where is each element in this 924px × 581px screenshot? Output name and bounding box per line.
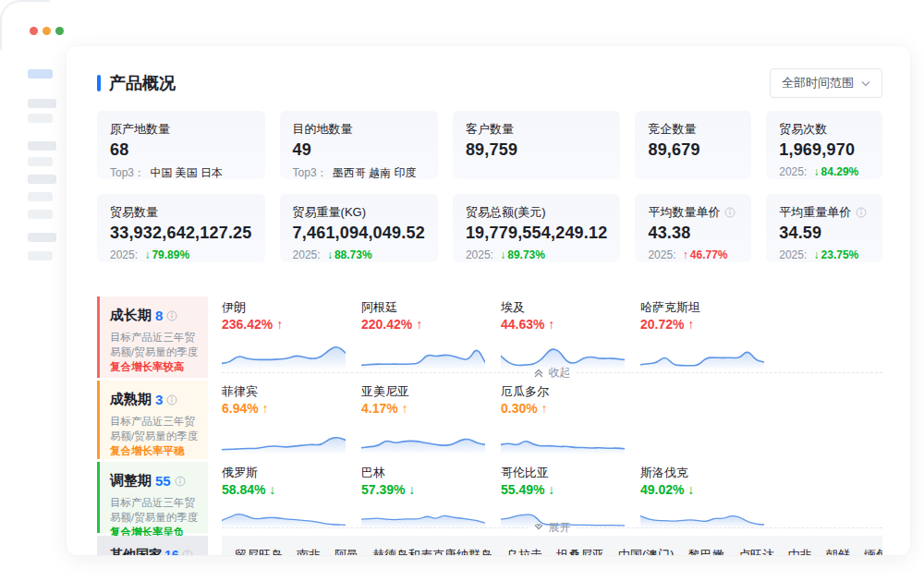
country-name: 巴林 [361, 465, 501, 481]
zoom-button[interactable] [55, 27, 64, 35]
time-range-select[interactable]: 全部时间范围 [770, 68, 882, 98]
stat-card-sub-prefix: 2025: [779, 248, 807, 261]
trend-arrow-icon: ↑ [538, 401, 548, 416]
country-item[interactable]: 阿曼 [334, 547, 359, 556]
country-item[interactable]: 中非 [788, 547, 812, 556]
stat-card-label: 贸易重量(KG) [293, 204, 366, 221]
country-trend-item[interactable]: 哥伦比亚 55.49% ↓ [501, 462, 640, 528]
info-icon[interactable] [856, 207, 867, 218]
stat-card-label: 平均重量单价 [779, 204, 851, 221]
country-name: 俄罗斯 [222, 465, 361, 481]
sidebar-item[interactable] [28, 192, 53, 201]
sidebar-item[interactable] [28, 99, 56, 108]
trend-arrow-icon: ↓ [405, 482, 415, 497]
stat-card-sub-prefix: Top3： [293, 166, 328, 179]
stat-card: 竞企数量 89,679 [635, 111, 751, 179]
toggle-expand-collapse[interactable]: 收起 [222, 365, 882, 381]
country-trend-item[interactable]: 斯洛伐克 49.02% ↓ [640, 462, 780, 528]
toggle-expand-collapse[interactable]: 展开 [222, 520, 882, 536]
country-growth-rate: 49.02% ↓ [640, 482, 780, 497]
trend-arrow-icon: ↑ [684, 317, 694, 332]
country-name: 伊朗 [222, 299, 361, 316]
trend-arrow-icon: ↓ [544, 482, 554, 497]
country-item[interactable]: 缅甸 [864, 547, 882, 556]
phase-description: 目标产品近三年贸易额/贸易量的季度复合增长率呈负 [110, 495, 199, 539]
close-button[interactable] [30, 27, 38, 35]
sidebar-item[interactable] [28, 210, 53, 219]
sidebar-item-active[interactable] [28, 69, 53, 79]
main-panel: 产品概况 全部时间范围 原产地数量 68 Top3： 中国 美国 日本 目的地数… [67, 46, 910, 555]
country-name: 亚美尼亚 [361, 383, 501, 400]
info-icon[interactable] [724, 207, 736, 218]
info-icon[interactable] [166, 394, 177, 405]
growth-percent: 55.49% [501, 482, 544, 497]
country-name: 菲律宾 [222, 383, 361, 400]
phase-count: 55 [155, 473, 171, 489]
phase-row: 成熟期 3 目标产品近三年贸易额/贸易量的季度复合增长率平稳 菲律宾 6.94%… [97, 381, 882, 459]
country-trend-item[interactable]: 埃及 44.63% ↑ [501, 297, 640, 370]
stat-card-subtext: 2025: ↓23.75% [779, 248, 869, 261]
sidebar-item[interactable] [28, 114, 53, 123]
country-item[interactable]: 赫德岛和麦克唐纳群岛 [372, 547, 492, 556]
growth-percent: 4.17% [361, 401, 398, 416]
chevron-icon [534, 524, 543, 533]
country-item[interactable]: 南非 [297, 547, 321, 556]
info-icon[interactable] [166, 310, 177, 321]
country-trend-item[interactable]: 菲律宾 6.94% ↑ [222, 381, 361, 454]
trend-percent: 46.77% [690, 248, 728, 261]
info-icon[interactable] [182, 550, 193, 556]
sidebar-item[interactable] [28, 233, 56, 242]
country-growth-rate: 44.63% ↑ [501, 317, 640, 332]
phase-row: 调整期 55 目标产品近三年贸易额/贸易量的季度复合增长率呈负 俄罗斯 58.8… [97, 462, 882, 533]
sidebar-item[interactable] [28, 175, 56, 184]
country-item[interactable]: 黎巴嫩 [688, 547, 724, 556]
country-item[interactable]: 坦桑尼亚 [556, 547, 604, 556]
stat-card-value: 33,932,642,127.25 [110, 224, 252, 243]
country-item[interactable]: 留尼旺岛 [235, 547, 283, 556]
stat-card-sub-prefix: 2025: [779, 165, 807, 178]
country-trend-item[interactable]: 阿根廷 220.42% ↑ [361, 297, 501, 370]
minimize-button[interactable] [43, 27, 51, 35]
country-trend-item[interactable]: 伊朗 236.42% ↑ [222, 297, 361, 370]
trend-percent: 23.75% [821, 248, 859, 261]
country-trend-item[interactable]: 厄瓜多尔 0.30% ↑ [501, 381, 640, 454]
country-name: 哥伦比亚 [501, 465, 640, 481]
stat-card-value: 68 [110, 140, 252, 160]
stat-card-subtext: 2025: ↓88.73% [293, 248, 425, 261]
trend-indicator: ↓89.73% [500, 248, 545, 261]
sidebar-item[interactable] [28, 141, 56, 151]
other-countries-count: 16 [164, 548, 179, 556]
page-title: 产品概况 [109, 72, 176, 94]
country-trend-item[interactable]: 哈萨克斯坦 20.72% ↑ [640, 297, 780, 370]
growth-percent: 20.72% [640, 317, 684, 332]
toggle-label: 展开 [549, 520, 571, 536]
country-trend-item[interactable]: 亚美尼亚 4.17% ↑ [361, 381, 501, 454]
stat-card-label: 客户数量 [466, 121, 514, 138]
phase-description: 目标产品近三年贸易额/贸易量的季度复合增长率较高 [110, 330, 199, 374]
stat-card-label: 原产地数量 [110, 121, 170, 138]
sidebar-nav [0, 61, 67, 260]
phase-title: 成熟期 [110, 391, 152, 408]
stat-card-label: 平均数量单价 [648, 204, 720, 221]
stat-card-value: 49 [293, 140, 425, 160]
info-icon[interactable] [175, 476, 186, 487]
phase-title: 成长期 [110, 307, 152, 324]
trend-arrow-icon: ↓ [814, 248, 820, 261]
trend-arrow-icon: ↑ [683, 248, 688, 261]
growth-percent: 49.02% [640, 482, 684, 497]
stat-card-subtext: 2025: ↓89.73% [466, 248, 608, 261]
country-trend-item[interactable]: 俄罗斯 58.84% ↓ [222, 462, 361, 528]
growth-percent: 6.94% [222, 401, 259, 416]
sidebar-item[interactable] [28, 251, 53, 260]
stat-card-label: 目的地数量 [293, 121, 353, 138]
chevron-icon [534, 369, 543, 378]
sidebar-item[interactable] [28, 157, 53, 166]
country-item[interactable]: 中国(澳门) [618, 547, 675, 556]
trend-arrow-icon: ↑ [273, 317, 283, 332]
country-item[interactable]: 卢旺达 [738, 547, 774, 556]
trend-arrow-icon: ↓ [265, 482, 275, 497]
country-trend-item[interactable]: 巴林 57.39% ↓ [361, 462, 501, 528]
country-item[interactable]: 朝鲜 [826, 547, 850, 556]
country-item[interactable]: 乌拉圭 [506, 547, 542, 556]
time-range-value: 全部时间范围 [782, 75, 854, 91]
